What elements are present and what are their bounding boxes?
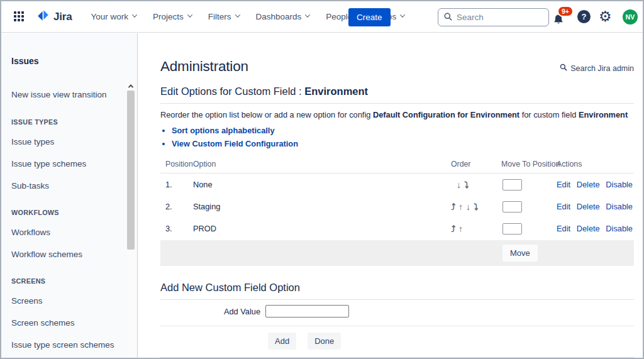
col-move-to-position: Move To Position: [501, 160, 557, 168]
page-title: Administration: [160, 58, 248, 75]
chevron-down-icon: [305, 12, 310, 17]
edit-options-heading: Edit Options for Custom Field : Environm…: [160, 86, 634, 104]
custom-field-name: Environment: [304, 86, 368, 97]
move-down-icon[interactable]: ↓: [457, 180, 461, 190]
chevron-down-icon: [235, 12, 240, 17]
sidebar-nav: New issue view transitionISSUE TYPESIssu…: [1, 84, 137, 356]
sidebar-item-new-issue-view-transition[interactable]: New issue view transition: [1, 84, 137, 106]
chevron-down-icon: [132, 12, 137, 17]
move-up-icon[interactable]: ↑: [458, 202, 463, 212]
add-value-input[interactable]: [265, 305, 349, 318]
move-last-icon[interactable]: ⤵: [464, 180, 469, 190]
delete-link[interactable]: Delete: [577, 224, 600, 233]
row-actions: EditDeleteDisable: [557, 224, 634, 233]
order-controls: ⤴↑: [451, 224, 501, 234]
create-button[interactable]: Create: [348, 8, 391, 26]
settings-button[interactable]: ⚙: [599, 8, 612, 25]
move-button[interactable]: Move: [502, 245, 538, 262]
option-row: 2. Staging ⤴↑↓⤵ EditDeleteDisable: [160, 196, 634, 218]
move-first-icon[interactable]: ⤴: [451, 224, 455, 234]
jira-logo[interactable]: Jira: [36, 9, 72, 25]
add-option-heading: Add New Custom Field Option: [160, 282, 634, 300]
sidebar-item-screen-schemes[interactable]: Screen schemes: [1, 312, 137, 334]
bottom-divider: [160, 357, 634, 358]
search-jira-admin-label: Search Jira admin: [570, 64, 634, 73]
col-actions: Actions: [557, 160, 634, 168]
search-icon: [560, 64, 567, 73]
delete-link[interactable]: Delete: [577, 180, 600, 189]
move-first-icon[interactable]: ⤴: [451, 202, 455, 212]
move-to-position-input[interactable]: [502, 223, 522, 235]
view-config-link[interactable]: View Custom Field Configuration: [172, 137, 634, 150]
move-to-position-input[interactable]: [502, 179, 522, 191]
sidebar-title: Issues: [11, 56, 137, 66]
quick-links: Sort options alphabetically View Custom …: [172, 124, 634, 150]
notifications-button[interactable]: 9+: [551, 9, 574, 30]
disable-link[interactable]: Disable: [606, 180, 633, 189]
search-box[interactable]: [438, 8, 549, 26]
main-content: Administration Search Jira admin Edit Op…: [138, 33, 643, 358]
chevron-down-icon: [400, 12, 405, 17]
move-last-icon[interactable]: ⤵: [474, 202, 478, 212]
option-row: 3. PROD ⤴↑ EditDeleteDisable: [160, 218, 634, 240]
sidebar-section-workflows: WORKFLOWS: [1, 206, 137, 219]
row-actions: EditDeleteDisable: [557, 202, 634, 211]
option-row: 1. None ↓⤵ EditDeleteDisable: [160, 174, 634, 196]
delete-link[interactable]: Delete: [577, 202, 600, 211]
options-table: Position Option Order Move To Position A…: [160, 160, 634, 266]
option-value: None: [193, 180, 451, 189]
col-order: Order: [451, 160, 501, 168]
disable-link[interactable]: Disable: [606, 224, 633, 233]
order-controls: ⤴↑↓⤵: [451, 202, 501, 212]
notification-badge: 9+: [557, 6, 574, 17]
top-bar: Jira Your workProjectsFiltersDashboardsP…: [1, 1, 643, 33]
sidebar-section-issue-types: ISSUE TYPES: [1, 115, 137, 129]
sidebar-item-screens[interactable]: Screens: [1, 290, 137, 312]
sidebar-item-workflows[interactable]: Workflows: [1, 221, 137, 243]
col-option: Option: [193, 160, 451, 168]
sidebar-item-issue-type-schemes[interactable]: Issue type schemes: [1, 153, 137, 175]
sidebar-item-workflow-schemes[interactable]: Workflow schemes: [1, 243, 137, 265]
option-position: 2.: [160, 202, 193, 211]
nav-item-filters[interactable]: Filters: [208, 12, 240, 21]
sidebar-section-screens: SCREENS: [1, 274, 137, 288]
chevron-down-icon: [187, 12, 192, 17]
sort-options-link[interactable]: Sort options alphabetically: [172, 124, 634, 137]
move-down-icon[interactable]: ↓: [466, 202, 470, 212]
help-button[interactable]: ?: [577, 10, 591, 23]
admin-sidebar: Issues New issue view transitionISSUE TY…: [1, 33, 138, 358]
order-controls: ↓⤵: [451, 180, 501, 190]
search-input[interactable]: [457, 13, 538, 22]
done-button[interactable]: Done: [308, 333, 341, 350]
option-position: 3.: [160, 224, 193, 233]
option-position: 1.: [160, 180, 193, 189]
user-avatar[interactable]: NV: [623, 9, 638, 25]
sidebar-scrollbar-thumb[interactable]: [127, 91, 135, 250]
add-value-label: Add Value: [160, 307, 260, 316]
disable-link[interactable]: Disable: [606, 202, 633, 211]
options-rows: 1. None ↓⤵ EditDeleteDisable 2. Staging …: [160, 174, 634, 240]
app-switcher-icon[interactable]: [14, 11, 25, 23]
col-position: Position: [160, 160, 193, 168]
jira-logo-text: Jira: [53, 11, 72, 23]
form-divider: [160, 326, 634, 326]
edit-link[interactable]: Edit: [557, 224, 570, 233]
nav-item-projects[interactable]: Projects: [153, 12, 192, 21]
sidebar-item-sub-tasks[interactable]: Sub-tasks: [1, 175, 137, 197]
question-mark-icon: ?: [582, 12, 587, 21]
search-icon: [444, 12, 452, 23]
search-jira-admin-link[interactable]: Search Jira admin: [560, 64, 634, 73]
options-table-header: Position Option Order Move To Position A…: [160, 160, 634, 174]
add-button[interactable]: Add: [268, 333, 296, 350]
edit-link[interactable]: Edit: [557, 180, 570, 189]
edit-link[interactable]: Edit: [557, 202, 570, 211]
nav-item-your-work[interactable]: Your work: [91, 12, 136, 21]
scrollbar-up-arrow-icon[interactable]: [127, 81, 135, 91]
options-table-footer: Move: [160, 240, 634, 266]
option-value: Staging: [193, 202, 451, 211]
sidebar-item-issue-types[interactable]: Issue types: [1, 131, 137, 153]
move-up-icon[interactable]: ↑: [458, 224, 463, 234]
sidebar-item-issue-type-screen-schemes[interactable]: Issue type screen schemes: [1, 334, 137, 356]
nav-item-dashboards[interactable]: Dashboards: [256, 12, 310, 21]
move-to-position-input[interactable]: [502, 201, 522, 213]
